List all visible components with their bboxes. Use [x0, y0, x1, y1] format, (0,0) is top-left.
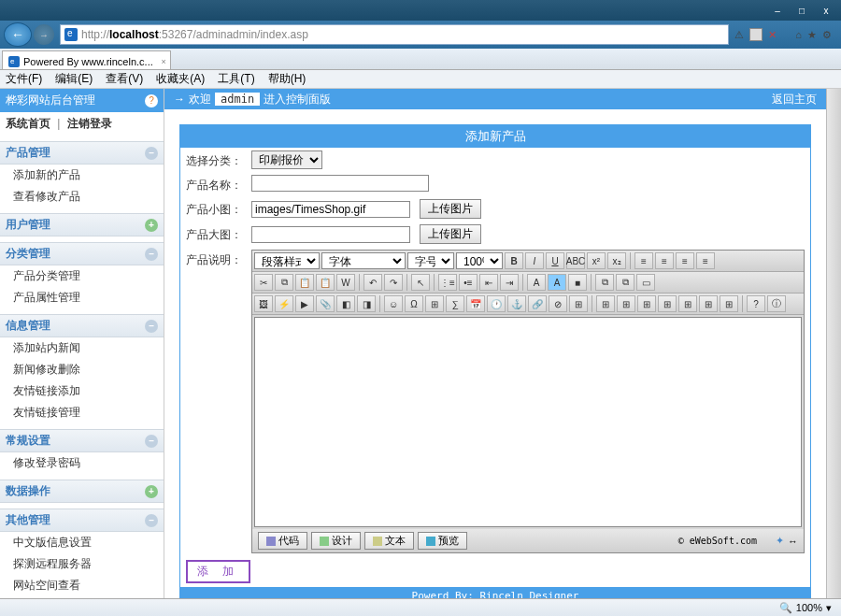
upload-small-button[interactable]: 上传图片 — [420, 199, 481, 219]
menu-view[interactable]: 查看(V) — [106, 71, 143, 87]
editor-tab-text[interactable]: 文本 — [364, 532, 414, 550]
sidebar-group-header[interactable]: 用户管理+ — [0, 213, 164, 236]
strike-button[interactable]: ABC — [566, 252, 585, 269]
menu-favorites[interactable]: 收藏夹(A) — [156, 71, 205, 87]
outdent-button[interactable]: ⇤ — [479, 274, 498, 291]
sidebar-item[interactable]: 新闻修改删除 — [0, 359, 164, 380]
window-minimize-button[interactable]: – — [766, 3, 789, 18]
align-center-button[interactable]: ≡ — [655, 252, 674, 269]
tbl2-button[interactable]: ⊞ — [637, 295, 656, 312]
map-button[interactable]: ⊞ — [569, 295, 588, 312]
font-select[interactable]: 字体 — [321, 252, 406, 269]
paste-button[interactable]: 📋 — [295, 274, 314, 291]
underline-button[interactable]: U — [546, 252, 564, 269]
flash-button[interactable]: ⚡ — [275, 295, 293, 312]
upload-big-button[interactable]: 上传图片 — [420, 224, 481, 244]
zoom-select[interactable]: 100% — [456, 252, 503, 269]
return-home-link[interactable]: 返回主页 — [772, 92, 817, 107]
sub-button[interactable]: x₂ — [607, 252, 626, 269]
menu-file[interactable]: 文件(F) — [6, 71, 42, 87]
anchor-button[interactable]: ⚓ — [507, 295, 526, 312]
sidebar-item[interactable]: 中文版信息设置 — [0, 532, 164, 553]
sidebar-group-header[interactable]: 常规设置– — [0, 429, 164, 452]
sidebar-item[interactable]: 添加新的产品 — [0, 165, 164, 186]
bgcolor-button[interactable]: ■ — [568, 274, 587, 291]
address-bar[interactable]: http://localhost:53267/adminadmin/index.… — [60, 24, 729, 45]
media-button[interactable]: ▶ — [295, 295, 314, 312]
sidebar-group-header[interactable]: 数据操作+ — [0, 480, 164, 503]
sidebar-group-header[interactable]: 信息管理– — [0, 314, 164, 337]
zoom-icon[interactable]: 🔍 — [779, 602, 792, 614]
editor-canvas[interactable] — [254, 317, 802, 527]
expand-icon[interactable]: + — [145, 219, 158, 232]
collapse-icon[interactable]: – — [145, 435, 158, 448]
pointer-button[interactable]: ↖ — [411, 274, 430, 291]
sidebar-group-header[interactable]: 分类管理– — [0, 242, 164, 265]
zoom-dropdown-icon[interactable]: ▾ — [826, 602, 832, 614]
sidebar-item[interactable]: 添加站内新闻 — [0, 337, 164, 359]
sidebar-logout-link[interactable]: 注销登录 — [67, 117, 112, 130]
copy-button[interactable]: ⧉ — [275, 274, 293, 291]
menu-edit[interactable]: 编辑(E) — [55, 71, 93, 87]
menu-help[interactable]: 帮助(H) — [268, 71, 306, 87]
paste-button-2[interactable]: ⧉ — [616, 274, 634, 291]
small-image-input[interactable] — [251, 201, 410, 218]
file-button[interactable]: 📎 — [316, 295, 335, 312]
favorites-icon[interactable]: ★ — [807, 29, 817, 41]
collapse-icon[interactable]: – — [145, 147, 158, 160]
table-button[interactable]: ⊞ — [596, 295, 615, 312]
sidebar-group-header[interactable]: 产品管理– — [0, 141, 164, 165]
excel-button[interactable]: ⊞ — [425, 295, 444, 312]
vertical-scrollbar[interactable] — [826, 89, 841, 598]
paragraph-select[interactable]: 段落样式 — [254, 252, 320, 269]
help-button[interactable]: ? — [747, 295, 765, 312]
collapse-icon[interactable]: – — [145, 514, 158, 527]
sidebar-item[interactable]: 友情链接添加 — [0, 380, 164, 402]
indent-button[interactable]: ⇥ — [500, 274, 519, 291]
forecolor-button[interactable]: A — [527, 274, 546, 291]
sidebar-item[interactable]: 修改登录密码 — [0, 452, 164, 474]
extra1-button[interactable]: ◧ — [336, 295, 355, 312]
tbl6-button[interactable]: ⊞ — [720, 295, 738, 312]
category-select[interactable]: 印刷报价 — [251, 150, 322, 169]
tbl5-button[interactable]: ⊞ — [699, 295, 718, 312]
size-select[interactable]: 字号 — [407, 252, 454, 269]
collapse-icon[interactable]: – — [145, 248, 158, 261]
sidebar-item[interactable]: 查看修改产品 — [0, 186, 164, 208]
home-icon[interactable]: ⌂ — [795, 29, 802, 40]
editor-tab-preview[interactable]: 预览 — [418, 532, 467, 550]
editor-resize-icon[interactable]: ↔ — [788, 536, 798, 547]
cut-button[interactable]: ✂ — [254, 274, 273, 291]
sidebar-item[interactable]: 网站空间查看 — [0, 575, 164, 596]
align-justify-button[interactable]: ≡ — [696, 252, 715, 269]
sidebar-item[interactable]: 产品属性管理 — [0, 287, 164, 308]
submit-button[interactable]: 添 加 — [186, 560, 250, 583]
paste-text-button[interactable]: 📋 — [316, 274, 335, 291]
window-close-button[interactable]: x — [815, 3, 837, 18]
stop-button[interactable]: ✕ — [768, 29, 777, 41]
emoticon-button[interactable]: ☺ — [384, 295, 403, 312]
sidebar-item[interactable]: 网站浏览情况 — [0, 596, 164, 598]
align-left-button[interactable]: ≡ — [634, 252, 653, 269]
collapse-icon[interactable]: – — [145, 320, 158, 333]
sidebar-group-header[interactable]: 其他管理– — [0, 509, 164, 532]
product-name-input[interactable] — [251, 175, 429, 192]
copy-button-2[interactable]: ⧉ — [595, 274, 614, 291]
refresh-button[interactable] — [749, 28, 763, 41]
extra2-button[interactable]: ◨ — [357, 295, 376, 312]
sup-button[interactable]: x² — [587, 252, 606, 269]
editor-expand-icon[interactable]: ✦ — [776, 535, 784, 547]
tbl3-button[interactable]: ⊞ — [658, 295, 677, 312]
link-button[interactable]: 🔗 — [528, 295, 547, 312]
date-button[interactable]: 📅 — [466, 295, 485, 312]
browser-tab[interactable]: Powered By www.rinceln.c... × — [2, 50, 171, 69]
help-icon[interactable]: ? — [145, 94, 158, 107]
settings-icon[interactable]: ⚙ — [822, 29, 832, 41]
redo-button[interactable]: ↷ — [384, 274, 403, 291]
editor-tab-code[interactable]: 代码 — [258, 532, 307, 550]
sidebar-home-link[interactable]: 系统首页 — [6, 117, 50, 130]
sidebar-item[interactable]: 探测远程服务器 — [0, 553, 164, 575]
frame-button[interactable]: ▭ — [636, 274, 655, 291]
editor-tab-design[interactable]: 设计 — [311, 532, 361, 550]
undo-button[interactable]: ↶ — [363, 274, 382, 291]
